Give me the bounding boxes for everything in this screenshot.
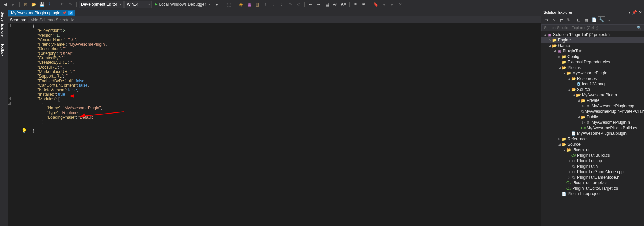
tree-twisty-icon[interactable]: ◢ bbox=[562, 148, 566, 152]
tree-twisty-icon[interactable]: ◢ bbox=[562, 71, 566, 75]
tree-item[interactable]: ▷⧉PluginTutGameMode.h bbox=[541, 175, 644, 180]
tree-item[interactable]: ◢📂Plugins bbox=[541, 65, 644, 70]
step-icon-3[interactable]: ⤴ bbox=[278, 1, 286, 8]
format-icon-2[interactable]: Aᵃ bbox=[331, 1, 339, 8]
tree-twisty-icon[interactable]: ▷ bbox=[567, 159, 571, 163]
tree-item[interactable]: ◢📂PluginTut bbox=[541, 147, 644, 153]
tree-twisty-icon[interactable]: ▷ bbox=[557, 55, 561, 58]
start-debug-button[interactable]: ▶Local Windows Debugger bbox=[152, 1, 212, 8]
config-dropdown[interactable]: Development Editor bbox=[79, 1, 124, 8]
outline-toggle[interactable]: - bbox=[8, 24, 11, 27]
tree-twisty-icon[interactable]: ◢ bbox=[567, 88, 571, 91]
home-icon[interactable]: ⟲ bbox=[543, 16, 550, 23]
bookmark-icon[interactable]: 🔖 bbox=[372, 1, 379, 8]
save-icon[interactable]: 💾 bbox=[38, 1, 46, 8]
indent-right-icon[interactable]: ⇥ bbox=[315, 1, 323, 8]
comment-icon[interactable]: ≡ bbox=[352, 1, 359, 8]
tree-item[interactable]: ▷⧉MyAwesomePlugin.cpp bbox=[541, 103, 644, 109]
collapse-icon[interactable]: ⊟ bbox=[575, 16, 582, 23]
tree-item[interactable]: 🖼Icon128.png bbox=[541, 81, 644, 87]
refresh-icon[interactable]: ↻ bbox=[565, 16, 572, 23]
file-tab[interactable]: MyAwesomePlugin.uplugin 📌 ✕ bbox=[8, 10, 75, 16]
tree-twisty-icon[interactable]: ▷ bbox=[567, 170, 571, 174]
solution-tree[interactable]: ◢▣Solution 'PluginTut' (2 projects) ▷📁En… bbox=[541, 31, 644, 226]
search-icon[interactable]: 🔍 bbox=[635, 26, 644, 30]
tree-item[interactable]: ◢📂Resources bbox=[541, 76, 644, 81]
step-icon-2[interactable]: ⤵ bbox=[270, 1, 278, 8]
uncomment-icon[interactable]: ≢ bbox=[360, 1, 367, 8]
pin-pane-icon[interactable]: 📌 bbox=[632, 10, 637, 15]
open-file-icon[interactable]: 📂 bbox=[30, 1, 37, 8]
tree-item[interactable]: ▷⧉MyAwesomePlugin.h bbox=[541, 120, 644, 125]
home2-icon[interactable]: ⌂ bbox=[550, 16, 557, 23]
close-tab-icon[interactable]: ✕ bbox=[68, 11, 73, 15]
sync-icon[interactable]: ⇄ bbox=[558, 16, 565, 23]
tool-icon-1[interactable]: ◉ bbox=[237, 1, 245, 8]
tree-item[interactable]: ⧉PluginTut.h bbox=[541, 164, 644, 169]
debug-dropdown-icon[interactable]: ▾ bbox=[213, 1, 221, 8]
tree-item[interactable]: ▷📁Config bbox=[541, 54, 644, 59]
properties-icon[interactable]: 📄 bbox=[590, 16, 597, 23]
step-icon-5[interactable]: ⟲ bbox=[295, 1, 302, 8]
tree-item[interactable]: C#PluginTut.Build.cs bbox=[541, 153, 644, 158]
tree-item[interactable]: 📄MyAwesomePlugin.uplugin bbox=[541, 131, 644, 136]
step-icon-1[interactable]: ⤹ bbox=[262, 1, 269, 8]
tree-twisty-icon[interactable]: ◢ bbox=[552, 49, 557, 53]
server-explorer-tab[interactable]: Server Explorer bbox=[0, 9, 8, 40]
tree-item[interactable]: ⧉MyAwesomePluginPrivatePCH.h bbox=[541, 109, 644, 114]
wrench-icon[interactable]: 🔧 bbox=[598, 16, 605, 23]
outline-toggle[interactable]: - bbox=[8, 97, 11, 100]
undo-icon[interactable]: ↶ bbox=[58, 1, 66, 8]
tree-twisty-icon[interactable]: ◢ bbox=[572, 93, 576, 97]
preview-icon[interactable]: ↔ bbox=[606, 16, 612, 23]
toolbox-tab[interactable]: Toolbox bbox=[0, 40, 8, 59]
format-icon-1[interactable]: ▤ bbox=[323, 1, 331, 8]
tree-item[interactable]: C#PluginTut.Target.cs bbox=[541, 180, 644, 186]
tree-twisty-icon[interactable]: ◢ bbox=[557, 66, 561, 69]
tree-item[interactable]: C#PluginTutEditor.Target.cs bbox=[541, 186, 644, 191]
tree-twisty-icon[interactable]: ▷ bbox=[567, 176, 571, 179]
tree-item[interactable]: ◢📂Source bbox=[541, 142, 644, 147]
nav-back-icon[interactable]: ◀ bbox=[1, 1, 9, 8]
code-editor[interactable]: --- { "FileVersion": 3, "Version": 1, "V… bbox=[8, 23, 541, 226]
tree-twisty-icon[interactable]: ◢ bbox=[557, 143, 561, 146]
tree-item[interactable]: ▷⧉PluginTutGameMode.cpp bbox=[541, 169, 644, 175]
tree-item[interactable]: ▷📁References bbox=[541, 136, 644, 142]
tree-twisty-icon[interactable]: ◢ bbox=[567, 77, 571, 80]
show-all-icon[interactable]: ▦ bbox=[583, 16, 590, 23]
solution-search-input[interactable] bbox=[542, 25, 635, 31]
tree-item[interactable]: ◢📂Source bbox=[541, 87, 644, 92]
next-bookmark-icon[interactable]: ▸ bbox=[388, 1, 396, 8]
tree-item[interactable]: ◢📂MyAwesomePlugin bbox=[541, 70, 644, 76]
platform-dropdown[interactable]: Win64 bbox=[124, 1, 152, 8]
tree-item[interactable]: ◢📂Public bbox=[541, 114, 644, 120]
new-project-icon[interactable]: ⎘ bbox=[22, 1, 29, 8]
solution-search[interactable]: 🔍 bbox=[541, 24, 644, 31]
tree-item[interactable]: ◢📂Private bbox=[541, 98, 644, 103]
redo-icon[interactable]: ↷ bbox=[67, 1, 74, 8]
pin-icon[interactable]: 📌 bbox=[62, 11, 66, 15]
tree-item[interactable]: ◢▣PluginTut bbox=[541, 48, 644, 54]
tree-item[interactable]: ▷⧉PluginTut.cpp bbox=[541, 158, 644, 164]
schema-value[interactable]: <No Schema Selected> bbox=[28, 17, 541, 23]
tree-twisty-icon[interactable]: ▷ bbox=[548, 38, 552, 42]
close-pane-icon[interactable]: ✕ bbox=[639, 10, 642, 15]
nav-fwd-icon[interactable]: ▸ bbox=[10, 1, 17, 8]
process-icon[interactable]: ⬚ bbox=[225, 1, 233, 8]
tree-item[interactable]: 📁External Dependencies bbox=[541, 59, 644, 65]
prev-bookmark-icon[interactable]: ◂ bbox=[380, 1, 388, 8]
tree-item[interactable]: 📄PluginTut.uproject bbox=[541, 191, 644, 197]
solution-node[interactable]: ◢▣Solution 'PluginTut' (2 projects) bbox=[541, 32, 644, 37]
clear-bookmark-icon[interactable]: ✕ bbox=[397, 1, 404, 8]
step-icon-4[interactable]: ↷ bbox=[286, 1, 294, 8]
tree-item[interactable]: ◢📂MyAwesomePlugin bbox=[541, 92, 644, 98]
tree-twisty-icon[interactable]: ▷ bbox=[557, 137, 561, 141]
lightbulb-icon[interactable]: 💡 bbox=[21, 128, 27, 133]
tree-item[interactable]: C#MyAwesomePlugin.Build.cs bbox=[541, 125, 644, 131]
tree-twisty-icon[interactable]: ◢ bbox=[576, 115, 581, 119]
tool-icon-3[interactable]: ▥ bbox=[254, 1, 261, 8]
outline-toggle[interactable]: - bbox=[8, 102, 11, 105]
save-all-icon[interactable]: 🗄 bbox=[46, 1, 54, 8]
indent-left-icon[interactable]: ⇤ bbox=[307, 1, 314, 8]
tree-twisty-icon[interactable]: ▷ bbox=[581, 104, 585, 108]
